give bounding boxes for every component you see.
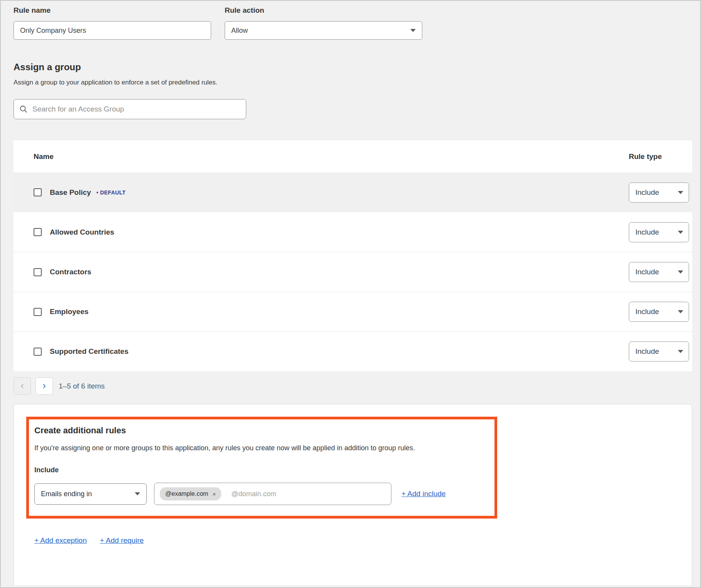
chevron-down-icon xyxy=(678,270,683,274)
rule-type-select[interactable]: Include xyxy=(629,302,689,322)
chevron-down-icon xyxy=(678,350,683,353)
chevron-down-icon xyxy=(678,191,683,194)
include-rule-row: Emails ending in @example.com × @domain.… xyxy=(34,483,485,505)
group-name: Contractors xyxy=(50,268,91,276)
rule-action-select[interactable]: Allow xyxy=(225,21,422,40)
row-checkbox[interactable] xyxy=(34,228,42,236)
condition-select[interactable]: Emails ending in xyxy=(34,483,147,505)
table-row: Allowed Countries Include xyxy=(14,212,692,252)
pagination: ‹ › 1–5 of 6 items xyxy=(14,377,692,395)
rule-action-label: Rule action xyxy=(225,6,422,15)
add-exception-link[interactable]: + Add exception xyxy=(34,536,87,545)
domain-chip-label: @example.com xyxy=(165,490,208,497)
condition-value: Emails ending in xyxy=(41,490,92,498)
assign-group-heading: Assign a group xyxy=(14,62,692,73)
column-header-name: Name xyxy=(34,152,629,161)
row-name-cell: Employees xyxy=(34,308,629,316)
pagination-status: 1–5 of 6 items xyxy=(59,382,105,390)
remove-chip-icon[interactable]: × xyxy=(212,491,216,497)
domain-chip: @example.com × xyxy=(160,487,221,500)
rule-action-value: Allow xyxy=(231,27,248,35)
chevron-down-icon xyxy=(135,492,140,495)
table-row: Employees Include xyxy=(14,292,692,331)
table-row: Contractors Include xyxy=(14,252,692,292)
previous-page-button[interactable]: ‹ xyxy=(14,377,31,395)
rule-type-value: Include xyxy=(635,188,659,197)
access-groups-table: Name Rule type Base Policy • DEFAULT Inc… xyxy=(14,140,692,371)
row-name-cell: Contractors xyxy=(34,268,629,276)
search-input[interactable] xyxy=(32,105,240,113)
row-rule-type-cell: Include xyxy=(629,262,692,282)
chevron-down-icon xyxy=(678,310,683,313)
rule-name-field: Rule name xyxy=(14,6,211,40)
row-rule-type-cell: Include xyxy=(629,341,692,362)
footer-links: + Add exception + Add require xyxy=(34,536,679,545)
chevron-right-icon: › xyxy=(42,380,46,390)
row-checkbox[interactable] xyxy=(34,188,42,196)
policy-form-page: Rule name Rule action Allow Assign a gro… xyxy=(1,1,700,585)
domains-input[interactable]: @example.com × @domain.com xyxy=(154,483,391,505)
search-icon xyxy=(19,105,28,113)
table-header: Name Rule type xyxy=(14,140,692,172)
add-require-link[interactable]: + Add require xyxy=(100,536,144,545)
rule-type-select[interactable]: Include xyxy=(629,182,689,203)
row-rule-type-cell: Include xyxy=(629,302,692,322)
rule-name-input[interactable] xyxy=(14,21,211,40)
add-include-link[interactable]: + Add include xyxy=(401,490,446,498)
assign-group-description: Assign a group to your application to en… xyxy=(14,79,692,86)
row-rule-type-cell: Include xyxy=(629,182,692,203)
group-name: Base Policy xyxy=(50,188,91,197)
include-label: Include xyxy=(34,466,485,474)
rule-type-value: Include xyxy=(635,268,659,276)
domain-input-placeholder: @domain.com xyxy=(231,490,276,498)
group-name: Supported Certificates xyxy=(50,347,129,356)
chevron-down-icon xyxy=(678,231,683,234)
rule-name-label: Rule name xyxy=(14,6,211,15)
rule-header-form: Rule name Rule action Allow xyxy=(14,6,692,40)
row-name-cell: Supported Certificates xyxy=(34,347,629,356)
rule-type-select[interactable]: Include xyxy=(629,262,689,282)
table-row: Supported Certificates Include xyxy=(14,331,692,371)
row-name-cell: Base Policy • DEFAULT xyxy=(34,188,629,197)
rule-type-select[interactable]: Include xyxy=(629,222,689,242)
chevron-down-icon xyxy=(410,29,416,32)
rule-action-field: Rule action Allow xyxy=(225,6,422,40)
default-badge: • DEFAULT xyxy=(97,189,126,196)
rule-type-value: Include xyxy=(635,347,659,356)
next-page-button[interactable]: › xyxy=(36,377,53,395)
additional-rules-card: Create additional rules If you're assign… xyxy=(14,404,692,585)
rule-type-select[interactable]: Include xyxy=(629,341,689,362)
row-checkbox[interactable] xyxy=(34,308,42,316)
highlight-outline: Create additional rules If you're assign… xyxy=(26,417,497,519)
group-name: Allowed Countries xyxy=(50,228,114,237)
row-checkbox[interactable] xyxy=(34,348,42,356)
row-rule-type-cell: Include xyxy=(629,222,692,242)
rule-type-value: Include xyxy=(635,228,659,237)
additional-rules-description: If you're assigning one or more groups t… xyxy=(34,444,485,452)
chevron-left-icon: ‹ xyxy=(20,380,24,390)
additional-rules-heading: Create additional rules xyxy=(34,426,485,436)
row-checkbox[interactable] xyxy=(34,268,42,276)
access-group-search[interactable] xyxy=(14,99,246,119)
group-name: Employees xyxy=(50,308,88,316)
rule-type-value: Include xyxy=(635,308,659,316)
column-header-rule-type: Rule type xyxy=(629,152,692,161)
table-row: Base Policy • DEFAULT Include xyxy=(14,172,692,212)
row-name-cell: Allowed Countries xyxy=(34,228,629,237)
